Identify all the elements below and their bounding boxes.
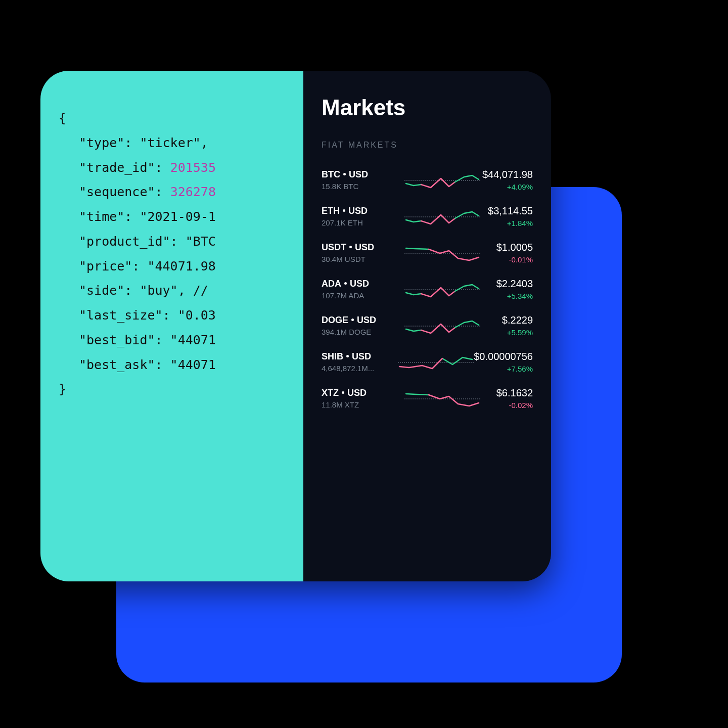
market-volume: 107.7M ADA [322, 291, 404, 300]
market-price: $6.1632 [480, 387, 533, 399]
market-row[interactable]: XTZUSD11.8M XTZ$6.1632-0.02% [322, 380, 533, 417]
sparkline [404, 206, 480, 227]
dot-icon [351, 318, 354, 321]
market-price: $44,071.98 [480, 169, 533, 180]
market-pair: XTZUSD [322, 388, 404, 398]
market-change: +5.34% [480, 292, 533, 300]
market-pair: DOGEUSD [322, 315, 404, 326]
market-change: -0.01% [480, 255, 533, 264]
market-volume: 11.8M XTZ [322, 400, 404, 409]
market-price-cell: $2.2403+5.34% [480, 278, 533, 300]
dot-icon [342, 391, 344, 394]
market-price: $.2229 [480, 314, 533, 326]
market-price: $0.00000756 [474, 351, 533, 362]
markets-pane: Markets FIAT MARKETS BTCUSD15.8K BTC$44,… [303, 71, 551, 581]
market-price-cell: $6.1632-0.02% [480, 387, 533, 410]
market-volume: 15.8K BTC [322, 182, 404, 191]
sparkline [398, 351, 474, 373]
market-pair: USDTUSD [322, 242, 404, 253]
market-volume: 207.1K ETH [322, 218, 404, 227]
market-pair-cell: ADAUSD107.7M ADA [322, 279, 404, 300]
sparkline [404, 315, 480, 336]
markets-subhead: FIAT MARKETS [322, 141, 533, 150]
market-row[interactable]: SHIBUSD4,648,872.1M...$0.00000756+7.56% [322, 344, 533, 380]
market-pair-cell: ETHUSD207.1K ETH [322, 206, 404, 227]
market-change: +4.09% [480, 183, 533, 191]
markets-list: BTCUSD15.8K BTC$44,071.98+4.09%ETHUSD207… [322, 162, 533, 417]
market-volume: 30.4M USDT [322, 255, 404, 263]
market-volume: 4,648,872.1M... [322, 364, 398, 373]
main-card: { "type": "ticker", "trade_id": 201535 "… [40, 71, 551, 581]
market-price: $1.0005 [480, 242, 533, 253]
market-price: $3,114.55 [480, 205, 533, 217]
market-pair-cell: SHIBUSD4,648,872.1M... [322, 351, 398, 373]
market-pair-cell: XTZUSD11.8M XTZ [322, 388, 404, 409]
code-pane: { "type": "ticker", "trade_id": 201535 "… [40, 71, 303, 581]
market-change: +1.84% [480, 219, 533, 228]
market-row[interactable]: DOGEUSD394.1M DOGE$.2229+5.59% [322, 307, 533, 344]
market-pair: BTCUSD [322, 169, 404, 180]
dot-icon [346, 355, 349, 357]
market-row[interactable]: USDTUSD30.4M USDT$1.0005-0.01% [322, 235, 533, 271]
market-pair-cell: BTCUSD15.8K BTC [322, 169, 404, 191]
market-row[interactable]: ETHUSD207.1K ETH$3,114.55+1.84% [322, 198, 533, 235]
market-pair: SHIBUSD [322, 351, 398, 362]
market-pair-cell: DOGEUSD394.1M DOGE [322, 315, 404, 336]
dot-icon [343, 173, 346, 175]
market-change: +7.56% [474, 365, 533, 373]
market-price-cell: $.2229+5.59% [480, 314, 533, 337]
dot-icon [349, 246, 352, 248]
sparkline [404, 388, 480, 409]
market-price-cell: $3,114.55+1.84% [480, 205, 533, 228]
json-ticker-code: { "type": "ticker", "trade_id": 201535 "… [59, 106, 303, 402]
market-pair: ADAUSD [322, 279, 404, 289]
dot-icon [344, 282, 347, 285]
market-volume: 394.1M DOGE [322, 328, 404, 336]
market-change: -0.02% [480, 401, 533, 410]
market-change: +5.59% [480, 328, 533, 337]
market-pair-cell: USDTUSD30.4M USDT [322, 242, 404, 263]
market-row[interactable]: BTCUSD15.8K BTC$44,071.98+4.09% [322, 162, 533, 198]
markets-title: Markets [322, 95, 533, 120]
sparkline [404, 242, 480, 263]
market-price-cell: $44,071.98+4.09% [480, 169, 533, 191]
market-price-cell: $1.0005-0.01% [480, 242, 533, 264]
dot-icon [343, 209, 345, 212]
market-row[interactable]: ADAUSD107.7M ADA$2.2403+5.34% [322, 271, 533, 307]
market-price-cell: $0.00000756+7.56% [474, 351, 533, 373]
market-pair: ETHUSD [322, 206, 404, 216]
market-price: $2.2403 [480, 278, 533, 290]
sparkline [404, 279, 480, 300]
sparkline [404, 169, 480, 191]
